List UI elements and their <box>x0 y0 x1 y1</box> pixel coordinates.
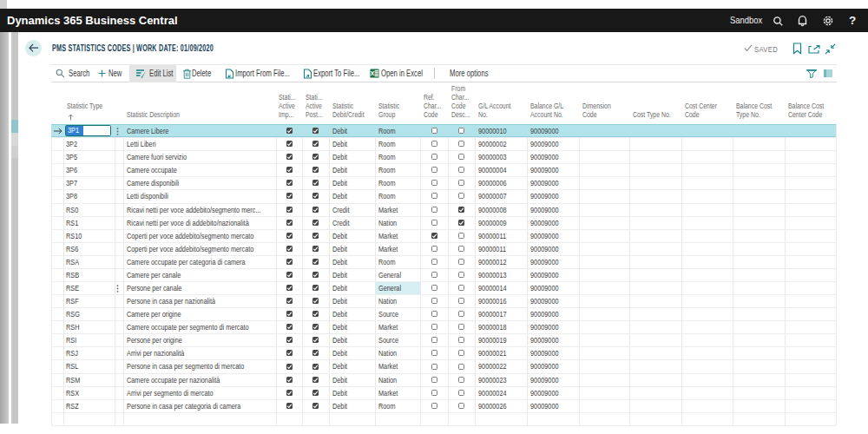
svg-text:X: X <box>370 69 374 77</box>
